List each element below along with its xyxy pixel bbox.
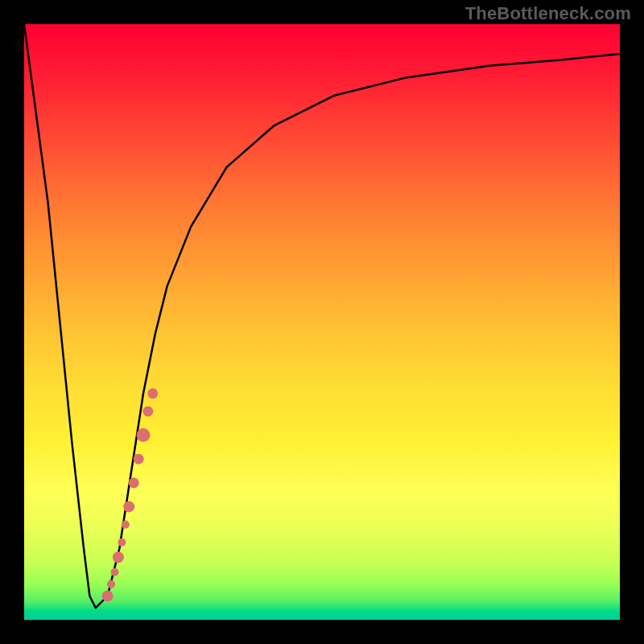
marker-dot bbox=[123, 501, 134, 512]
watermark-label: TheBottleneck.com bbox=[465, 3, 631, 24]
bottleneck-curve bbox=[24, 24, 620, 608]
marker-dot bbox=[137, 428, 151, 442]
marker-dot bbox=[118, 539, 126, 547]
highlight-dots bbox=[102, 388, 159, 601]
marker-dot bbox=[134, 454, 144, 464]
marker-dot bbox=[107, 580, 115, 588]
marker-dot bbox=[113, 551, 124, 563]
chart-frame: TheBottleneck.com bbox=[0, 0, 644, 644]
marker-dot bbox=[111, 568, 119, 576]
curve-svg bbox=[24, 24, 620, 620]
plot-area bbox=[24, 24, 620, 620]
marker-dot bbox=[102, 590, 114, 601]
marker-dot bbox=[147, 388, 158, 398]
marker-dot bbox=[122, 521, 130, 529]
marker-dot bbox=[129, 477, 139, 488]
marker-dot bbox=[142, 407, 153, 417]
